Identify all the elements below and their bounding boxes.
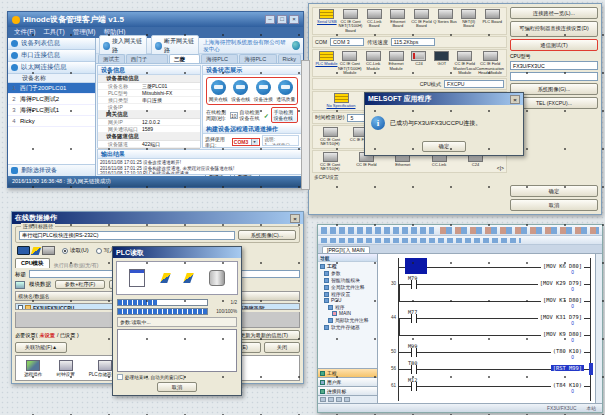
nav-connection-button[interactable]: 连接目标 [318,386,377,395]
tree-project-root[interactable]: 工程 [318,262,377,269]
com-port-field[interactable]: COM 3 [330,38,364,46]
ladder-rung[interactable]: 30M79[MOV K29 D79]0 [399,275,590,292]
com-port-select[interactable]: COM3▾ [232,138,260,146]
selected-cell[interactable] [405,258,427,274]
ladder-rung[interactable]: 61M12(T84 K10)0 [399,377,590,394]
tab-siemens200[interactable]: 西门子200PLC01 [126,54,168,63]
ladder-rung[interactable]: 50M99(T80 K10)0 [399,343,590,360]
tree-item[interactable]: 参数 [318,269,377,276]
net-ccie-cont[interactable]: CC IE Cont NET/10(H) [315,127,345,147]
plc-module[interactable]: PLC Module [315,51,338,66]
interval-input[interactable]: 10 [230,112,238,119]
direct-connection-button[interactable]: 可编程控制器直接连接设置(D) [510,21,598,37]
tree-item[interactable]: 程序 [318,303,377,310]
device-row[interactable]: 1西门子200PLC01 [8,83,95,94]
cancel-button[interactable]: 取消 [510,199,598,211]
ladder-branch[interactable]: [MOV K7 D80]0 [399,292,590,309]
progress-cancel-button[interactable]: 取消 [157,382,197,392]
close-icon[interactable]: × [290,214,300,223]
sidebar-section-ethernet[interactable]: 以太网连接信息 [8,62,95,74]
plc-ccie-field-head[interactable]: CC IE Field Communication Head Module [476,51,504,75]
title-bar[interactable]: Hinode设备管理客户端 v1.5 –□× [8,12,303,27]
connection-path-list-button[interactable]: 连接路径一览(L)... [510,7,598,19]
pc-ccie-cont-board[interactable]: CC IE Cont NET(T/100H) Board [339,9,363,33]
active-document-tab[interactable]: [PRG]写入 MAIN [322,246,370,253]
pc-q-series-bus[interactable]: Q Series Bus [433,9,457,24]
system-image-button[interactable]: 系统图像(C)... [238,230,296,240]
tab-home[interactable]: 测试主页 [98,54,125,63]
melsoft-message-dialog: MELSOFT 应用程序× i已成功与FX3U/FX3UCCPU连接。 确定 [364,92,524,156]
instruction: [MOV K29 D79] [538,280,584,286]
plc-cclink-module[interactable]: CC-Link Module [362,51,385,71]
delete-device-button[interactable]: 删除选择设备 [8,164,95,176]
tab-ricky[interactable]: Ricky [278,54,301,63]
sidebar-section-serial[interactable]: 串口连接信息 [8,50,95,62]
menu-manage[interactable]: 管理(M) [73,28,96,37]
menu-file[interactable]: 文件(F) [14,28,35,37]
ladder-rung[interactable]: 56T80[RST M99] [399,360,590,377]
close-icon[interactable]: × [510,95,520,104]
plc-ethernet-module[interactable]: Ethernet Module [385,51,408,71]
nav-mini-buttons[interactable] [318,395,377,403]
tab-mitsubishi[interactable]: 三菱PLC01 [169,54,200,63]
radio-read[interactable]: 读取(U) [62,247,89,254]
tree-item[interactable]: 局部软元件注释 [318,316,377,323]
communication-test-button[interactable]: 通信测试(T) [510,39,598,51]
cpu-type-row: CPU型号 [510,53,598,59]
minimize-button[interactable]: – [265,15,275,24]
output-log[interactable]: 2016/11/08 17:01:25 设备连接通道断开! 2016/11/08… [98,159,301,174]
pc-ethernet-board[interactable]: Ethernet Board [386,9,410,29]
manual-detect-button[interactable]: 手动检测设备在线 [271,107,298,123]
clock-setting-button[interactable]: 时钟设置 [56,360,74,377]
close-button[interactable]: × [289,15,299,24]
melsoft-ok-button[interactable]: 确定 [422,141,466,152]
vertical-scrollbar[interactable] [595,254,602,403]
toolbar-icons[interactable] [321,238,521,243]
plc-got[interactable]: GOT [430,51,453,66]
toolbar-icons[interactable] [440,227,599,234]
nav-project-button[interactable]: 工程 [318,368,377,377]
maximize-button[interactable]: □ [277,15,287,24]
ladder-branch[interactable]: [MOV K9 D80]0 [399,326,590,343]
param-program-button[interactable]: 参数+程序(F) [55,280,105,289]
no-specification[interactable]: No Specification [315,93,367,108]
plc-ccie-cont-module[interactable]: CC IE Cont NET(T/100H) Module [338,51,362,75]
device-row[interactable]: 4Ricky [8,116,95,127]
tab-haide1[interactable]: 海得PLC测试1 [239,54,276,63]
pc-cclink-board[interactable]: CC-Link Board [362,9,386,29]
route-pager[interactable]: <|> [497,165,504,171]
device-row[interactable]: 3海得PLC测试1 [8,105,95,116]
main-toolbar[interactable] [318,225,602,236]
pc-ccie-field-board[interactable]: CC IE Field Board [410,9,434,29]
related-functions-button[interactable]: 关联功能(F)▲ [15,342,67,353]
tab-haide2[interactable]: 海得PLC测试2 [201,54,238,63]
plc-c24[interactable]: C24 [408,51,431,66]
pc-net2-board[interactable]: NET(II) Board [457,9,481,29]
cpu-mode-field[interactable]: FXCPU [444,80,504,88]
toolbar-icons[interactable] [321,227,434,234]
remote-operation-button[interactable]: 远程操作 [24,360,42,377]
auto-check-mark[interactable]: ✓ [264,112,269,119]
ladder-rung[interactable]: 44M77[MOV K31 D79]0 [399,309,590,326]
nav-userlib-button[interactable]: 用户库 [318,377,377,386]
ladder-edit-area[interactable]: [MOV K6 D80]0 30M79[MOV K29 D79]0 [MOV K… [378,254,602,403]
baud-field[interactable]: 115.2Kbps [391,38,435,46]
device-row[interactable]: 2海得PLC测试2 [8,94,95,105]
sidebar-section-device-list[interactable]: 设备列表信息 [8,38,95,50]
auto-close-checkbox[interactable] [117,374,123,380]
tree-item[interactable]: 程序设置 [318,290,377,297]
ladder-rung[interactable]: [MOV K6 D80]0 [399,258,590,275]
pc-serial-usb[interactable]: Serial USB [315,9,339,24]
secondary-toolbar[interactable] [318,236,602,245]
co-ccie-cont[interactable]: CC IE Cont NET/10(H) [315,152,345,172]
menu-tools[interactable]: 工具(T) [43,28,64,37]
tree-item[interactable]: 全局软元件注释 [318,283,377,290]
pc-plc-board[interactable]: PLC Board [480,9,504,24]
tree-item[interactable]: 软元件存储器 [318,323,377,330]
ok-button[interactable]: 确定 [510,185,598,197]
station-icon [334,93,349,103]
close-dialog-button[interactable]: 关闭 [264,342,300,353]
tree-item[interactable]: 智能功能模块 [318,276,377,283]
plc-ccie-field-master[interactable]: CC IE Field Master/Local Module [453,51,476,75]
cpu-module-tab[interactable]: CPU模块 [15,258,50,268]
